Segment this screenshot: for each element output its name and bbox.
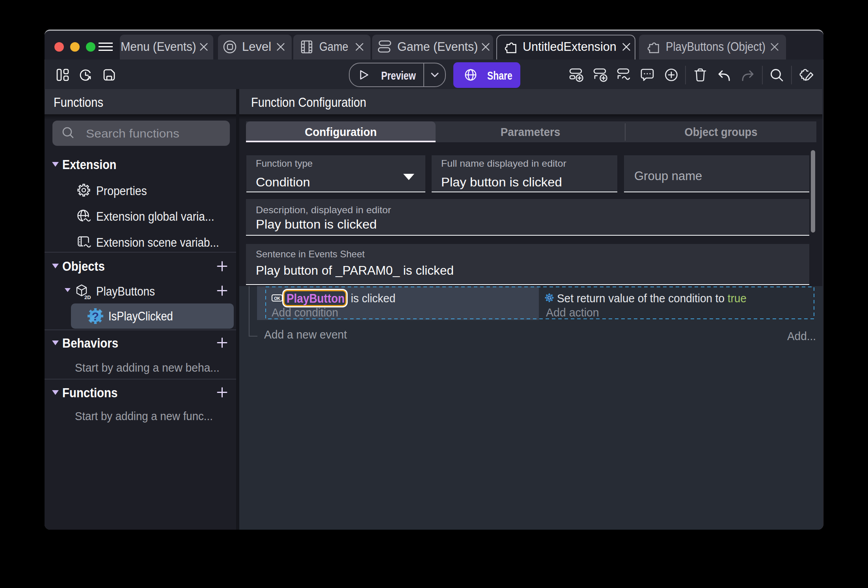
svg-text:OK: OK xyxy=(274,296,280,301)
svg-text:2D: 2D xyxy=(84,294,91,300)
svg-text:G: G xyxy=(547,295,551,301)
svg-text:?: ? xyxy=(92,310,99,323)
